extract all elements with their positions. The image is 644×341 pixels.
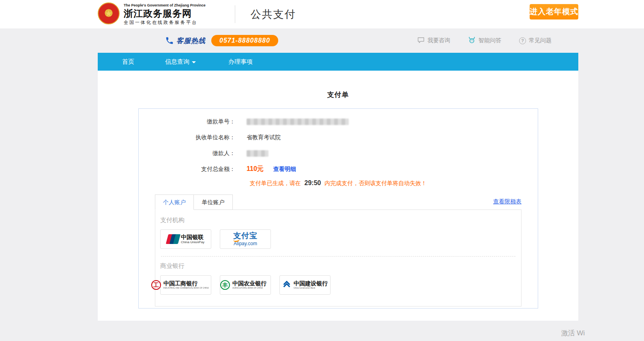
consult-link[interactable]: 我要咨询 — [417, 37, 450, 45]
section-divider — [161, 256, 515, 257]
payment-methods-panel: 支付机构 中国银联 China UnionPay 支付宝 Alipay.com — [155, 209, 522, 306]
tab-personal-account[interactable]: 个人账户 — [155, 194, 194, 210]
payment-warning: 支付单已生成，请在 29:50 内完成支付，否则该支付单将自动失效！ — [139, 179, 538, 187]
phone-icon — [165, 36, 174, 45]
faq-link[interactable]: ? 常见问题 — [519, 37, 552, 44]
countdown-timer: 29:50 — [305, 179, 321, 186]
abc-icon: 丰 — [220, 280, 230, 290]
account-tabs: 个人账户 单位账户 — [155, 194, 233, 210]
tab-corporate-account[interactable]: 单位账户 — [194, 194, 233, 210]
site-logo: ★ The People's Government of Zhejiang Pr… — [98, 3, 206, 25]
ccb-option[interactable]: 中国建设银行 China Construction Bank — [279, 275, 331, 295]
amount-row: 支付总金额： 110元 查看明细 — [139, 161, 538, 177]
help-links: 我要咨询 智能问答 ? 常见问题 — [417, 37, 552, 45]
payer-redacted-value — [247, 150, 268, 157]
site-name: 浙江政务服务网 — [124, 8, 206, 19]
consult-label: 我要咨询 — [427, 37, 450, 44]
hotline-number: 0571-88808880 — [211, 35, 278, 46]
unionpay-text: 中国银联 China UnionPay — [181, 234, 204, 244]
amount-value: 110元 — [247, 165, 264, 173]
payment-box: 缴款单号： 执收单位名称： 省教育考试院 缴款人： 支付总金额： 110元 查看… — [138, 108, 538, 309]
icbc-text: 中国工商银行 INDUSTRIAL AND COMMERCIAL BANK OF… — [163, 280, 220, 290]
banks-section-label: 商业银行 — [160, 262, 516, 270]
nav-info-query-label: 信息查询 — [165, 58, 189, 66]
ccb-caption: China Construction Bank — [294, 287, 315, 289]
hotline-bar: 客服热线 0571-88808880 我要咨询 智能问答 ? 常 — [0, 28, 644, 53]
warning-text-before: 支付单已生成，请在 — [250, 180, 301, 186]
account-tabs-row: 个人账户 单位账户 查看限额表 — [155, 194, 522, 209]
view-detail-link[interactable]: 查看明细 — [273, 166, 296, 173]
ccb-text: 中国建设银行 China Construction Bank — [294, 280, 328, 290]
nav-item-info-query[interactable]: 信息查询 — [165, 58, 196, 66]
site-tagline: 全国一体化在线政务服务平台 — [124, 20, 206, 25]
ccb-name: 中国建设银行 — [294, 280, 328, 287]
main-content: 支付单 缴款单号： 执收单位名称： 省教育考试院 缴款人： 支付总金额： 110… — [98, 71, 578, 321]
abc-caption: AGRICULTURAL BANK OF CHINA — [232, 287, 263, 289]
nav-item-home[interactable]: 首页 — [122, 58, 134, 66]
robot-icon — [468, 37, 476, 45]
unit-name-row: 执收单位名称： 省教育考试院 — [139, 129, 538, 145]
institutions-cards-row: 中国银联 China UnionPay 支付宝 Alipay.com — [160, 229, 516, 249]
payer-label: 缴款人： — [139, 150, 235, 157]
hotline-inner: 客服热线 0571-88808880 我要咨询 智能问答 ? 常 — [98, 28, 578, 53]
warning-text-after: 内完成支付，否则该支付单将自动失效！ — [324, 180, 427, 186]
header-divider — [235, 5, 235, 23]
unionpay-icon — [167, 234, 178, 244]
unionpay-caption: China UnionPay — [181, 240, 204, 244]
header-inner: ★ The People's Government of Zhejiang Pr… — [98, 0, 578, 28]
page-body: 客服热线 0571-88808880 我要咨询 智能问答 ? 常 — [0, 28, 644, 341]
unit-name-label: 执收单位名称： — [139, 134, 235, 141]
page-title: 公共支付 — [251, 7, 296, 22]
unionpay-option[interactable]: 中国银联 China UnionPay — [160, 229, 211, 249]
smart-qa-link[interactable]: 智能问答 — [468, 37, 501, 45]
abc-name: 中国农业银行 — [232, 280, 266, 287]
smart-qa-label: 智能问答 — [479, 37, 501, 44]
faq-label: 常见问题 — [529, 37, 552, 44]
icbc-option[interactable]: 工 中国工商银行 INDUSTRIAL AND COMMERCIAL BANK … — [160, 275, 211, 295]
banks-cards-row: 工 中国工商银行 INDUSTRIAL AND COMMERCIAL BANK … — [160, 275, 516, 295]
hotline-label: 客服热线 — [176, 36, 206, 45]
elder-mode-button[interactable]: 进入老年模式 — [530, 4, 578, 19]
limit-table-link[interactable]: 查看限额表 — [493, 198, 522, 205]
icbc-caption: INDUSTRIAL AND COMMERCIAL BANK OF CHINA — [163, 287, 209, 289]
amount-label: 支付总金额： — [139, 166, 235, 173]
payer-row: 缴款人： — [139, 145, 538, 161]
nav-item-matters[interactable]: 办理事项 — [228, 58, 253, 66]
question-icon: ? — [519, 37, 526, 44]
ccb-icon — [282, 281, 291, 289]
unit-name-value: 省教育考试院 — [247, 134, 281, 141]
payment-order-title: 支付单 — [98, 90, 578, 99]
abc-option[interactable]: 丰 中国农业银行 AGRICULTURAL BANK OF CHINA — [220, 275, 271, 295]
icbc-icon: 工 — [151, 280, 161, 290]
site-text-block: The People's Government of Zhejiang Prov… — [124, 3, 206, 25]
page-footer: 激活 Wi — [0, 321, 644, 341]
windows-activation-watermark: 激活 Wi — [561, 328, 585, 338]
abc-text: 中国农业银行 AGRICULTURAL BANK OF CHINA — [232, 280, 270, 290]
site-english-title: The People's Government of Zhejiang Prov… — [124, 3, 206, 7]
order-no-label: 缴款单号： — [139, 118, 235, 125]
top-header: ★ The People's Government of Zhejiang Pr… — [0, 0, 644, 28]
order-no-row: 缴款单号： — [139, 114, 538, 129]
unionpay-name: 中国银联 — [181, 234, 204, 240]
institutions-section-label: 支付机构 — [160, 216, 516, 224]
icbc-name: 中国工商银行 — [163, 280, 197, 287]
order-no-redacted-value — [247, 119, 349, 125]
main-nav: 首页 信息查询 办理事项 — [98, 53, 578, 71]
national-emblem-icon: ★ — [98, 2, 120, 24]
chevron-down-icon — [192, 61, 196, 63]
alipay-option[interactable]: 支付宝 Alipay.com — [220, 229, 271, 249]
emblem-star-icon: ★ — [105, 9, 112, 18]
chat-icon — [417, 37, 425, 45]
